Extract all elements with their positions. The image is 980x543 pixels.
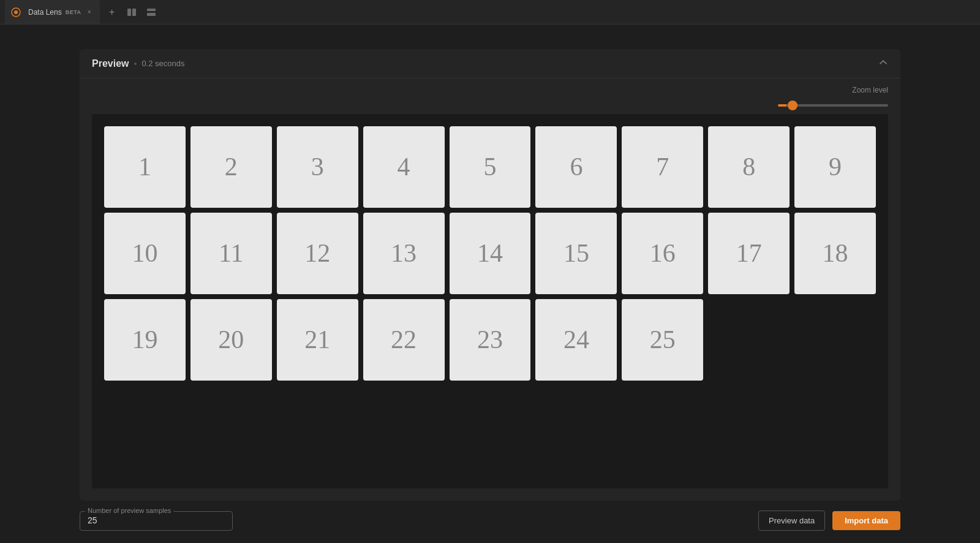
bottom-bar: Number of preview samples Preview data I… bbox=[80, 501, 900, 543]
tab-beta-badge: BETA bbox=[66, 9, 81, 15]
tab-data-lens[interactable]: Data Lens BETA × bbox=[5, 0, 100, 24]
preview-collapse-button[interactable] bbox=[878, 58, 888, 69]
svg-point-1 bbox=[14, 10, 18, 14]
number-cell: 8 bbox=[708, 126, 790, 208]
tab-close-button[interactable]: × bbox=[85, 8, 94, 17]
number-grid: 1234567891011121314151617181920212223242… bbox=[104, 126, 876, 381]
number-cell: 12 bbox=[277, 213, 358, 294]
number-cell: 3 bbox=[277, 126, 358, 208]
samples-label: Number of preview samples bbox=[85, 507, 173, 514]
svg-rect-3 bbox=[132, 9, 136, 16]
number-cell: 2 bbox=[190, 126, 272, 208]
number-cell: 19 bbox=[104, 299, 186, 381]
svg-rect-4 bbox=[147, 9, 156, 11]
number-cell: 6 bbox=[535, 126, 617, 208]
main-content: Preview • 0.2 seconds Zoom level 1234567… bbox=[0, 25, 980, 543]
number-cell: 11 bbox=[190, 213, 272, 294]
number-cell: 17 bbox=[708, 213, 790, 294]
number-cell: 10 bbox=[104, 213, 186, 294]
tab-bar: Data Lens BETA × + bbox=[0, 0, 980, 25]
tab-title: Data Lens bbox=[28, 8, 62, 17]
preview-time: 0.2 seconds bbox=[141, 59, 184, 68]
number-cell: 20 bbox=[190, 299, 272, 381]
number-cell: 1 bbox=[104, 126, 186, 208]
number-cell: 16 bbox=[622, 213, 703, 294]
preview-header: Preview • 0.2 seconds bbox=[80, 49, 900, 78]
preview-dot: • bbox=[134, 59, 137, 69]
preview-section: Preview • 0.2 seconds Zoom level 1234567… bbox=[80, 49, 900, 501]
number-cell: 5 bbox=[450, 126, 531, 208]
samples-input[interactable] bbox=[88, 515, 225, 525]
preview-header-left: Preview • 0.2 seconds bbox=[92, 58, 185, 69]
number-cell: 9 bbox=[794, 126, 876, 208]
zoom-slider-wrapper bbox=[778, 98, 888, 109]
bottom-actions: Preview data Import data bbox=[758, 511, 900, 531]
zoom-label: Zoom level bbox=[852, 86, 888, 94]
split-view-button[interactable] bbox=[124, 5, 139, 20]
number-cell: 15 bbox=[535, 213, 617, 294]
samples-input-group: Number of preview samples bbox=[80, 511, 233, 531]
import-data-button[interactable]: Import data bbox=[832, 511, 900, 530]
number-cell: 24 bbox=[535, 299, 617, 381]
grid-area: 1234567891011121314151617181920212223242… bbox=[92, 114, 888, 488]
tab-bar-actions: + bbox=[105, 5, 159, 20]
number-cell: 4 bbox=[363, 126, 445, 208]
number-cell: 21 bbox=[277, 299, 358, 381]
number-cell: 25 bbox=[622, 299, 703, 381]
svg-rect-2 bbox=[127, 9, 131, 16]
zoom-container: Zoom level bbox=[80, 78, 900, 114]
number-cell: 13 bbox=[363, 213, 445, 294]
app-icon bbox=[11, 7, 21, 17]
add-tab-button[interactable]: + bbox=[105, 5, 119, 20]
number-cell: 23 bbox=[450, 299, 531, 381]
number-cell: 22 bbox=[363, 299, 445, 381]
preview-title: Preview bbox=[92, 58, 129, 69]
number-cell: 14 bbox=[450, 213, 531, 294]
layout-button[interactable] bbox=[144, 5, 159, 20]
svg-rect-5 bbox=[147, 13, 156, 16]
number-cell: 7 bbox=[622, 126, 703, 208]
zoom-slider[interactable] bbox=[778, 104, 888, 107]
number-cell: 18 bbox=[794, 213, 876, 294]
preview-data-button[interactable]: Preview data bbox=[758, 511, 825, 531]
